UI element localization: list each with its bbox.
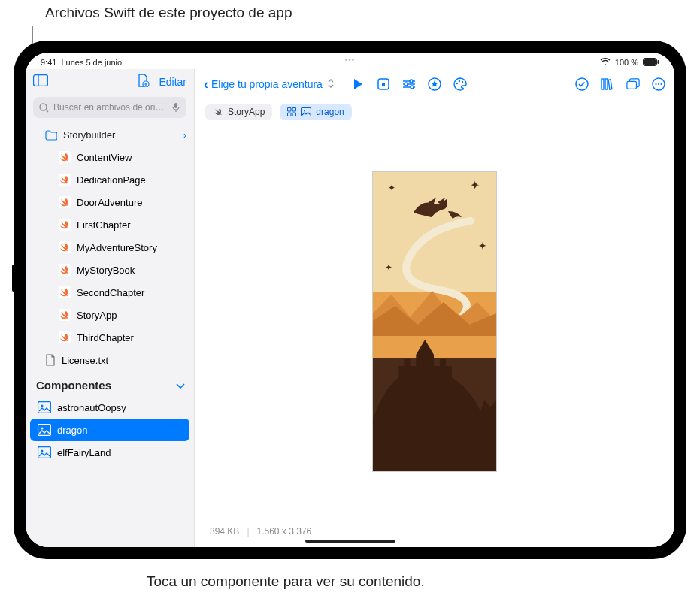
check-circle-icon[interactable] <box>575 77 589 91</box>
svg-point-23 <box>41 450 44 452</box>
file-label: DoorAdventure <box>77 197 142 208</box>
image-icon <box>38 401 51 413</box>
swift-icon <box>59 196 71 208</box>
svg-point-29 <box>410 80 413 83</box>
new-file-icon[interactable] <box>136 74 150 89</box>
ipad-screen: ••• 9:41 Lunes 5 de junio 100 % <box>26 53 674 547</box>
swift-file-storyapp[interactable]: StoryApp <box>26 304 194 326</box>
status-battery-text: 100 % <box>615 58 638 67</box>
swift-file-secondchapter[interactable]: SecondChapter <box>26 281 194 304</box>
swift-file-contentview[interactable]: ContentView <box>26 146 194 168</box>
asset-elffairyland[interactable]: elfFairyLand <box>26 441 194 464</box>
svg-rect-8 <box>174 103 177 108</box>
svg-rect-2 <box>658 60 659 64</box>
svg-rect-22 <box>38 447 51 458</box>
swift-icon <box>213 107 223 117</box>
swift-file-dooradventure[interactable]: DoorAdventure <box>26 191 194 213</box>
edit-button[interactable]: Editar <box>159 76 186 88</box>
breadcrumb: StoryApp dragon <box>195 99 674 125</box>
separator: | <box>247 526 249 537</box>
windows-icon[interactable] <box>626 77 640 91</box>
stop-button[interactable] <box>377 77 390 91</box>
dragon-artwork: ✦ ✦ ✦ ✦ <box>372 171 497 472</box>
asset-meta: 394 KB | 1.560 x 3.376 <box>195 519 674 547</box>
swift-file-myadventurestory[interactable]: MyAdventureStory <box>26 236 194 259</box>
swift-file-mystorybook[interactable]: MyStoryBook <box>26 259 194 281</box>
run-button[interactable] <box>351 77 365 91</box>
svg-rect-38 <box>605 79 608 89</box>
more-icon[interactable] <box>652 77 665 91</box>
ipad-frame: ••• 9:41 Lunes 5 de junio 100 % <box>14 41 686 559</box>
settings-sliders-icon[interactable] <box>402 77 416 91</box>
svg-rect-39 <box>608 80 612 89</box>
svg-rect-45 <box>288 108 292 112</box>
castle-silhouette <box>373 336 496 471</box>
svg-point-30 <box>405 83 408 86</box>
svg-rect-3 <box>34 74 48 86</box>
license-file[interactable]: License.txt <box>26 349 194 371</box>
views-icon <box>287 107 296 116</box>
asset-dragon[interactable]: dragon <box>30 419 189 441</box>
svg-rect-40 <box>627 81 637 89</box>
preview-canvas[interactable]: ✦ ✦ ✦ ✦ <box>195 125 674 519</box>
svg-point-50 <box>304 110 305 112</box>
file-label: StoryApp <box>77 310 117 321</box>
asset-astronautoopsy[interactable]: astronautOopsy <box>26 396 194 419</box>
file-label: ThirdChapter <box>77 332 134 343</box>
search-placeholder: Buscar en archivos de ori… <box>53 102 164 113</box>
swift-file-dedicationpage[interactable]: DedicationPage <box>26 168 194 191</box>
breadcrumb-asset[interactable]: dragon <box>280 104 351 120</box>
sparkle-icon: ✦ <box>470 178 480 192</box>
svg-rect-1 <box>644 59 656 65</box>
callout-bottom-line <box>147 495 147 570</box>
callout-bottom-label: Toca un componente para ver su contenido… <box>147 573 425 590</box>
file-label: SecondChapter <box>77 287 144 298</box>
asset-dimensions: 1.560 x 3.376 <box>257 526 312 537</box>
chevron-right-icon: › <box>183 130 186 141</box>
sidebar-top-bar: Editar <box>26 69 194 94</box>
asset-label: astronautOopsy <box>57 402 126 413</box>
callout-top-label: Archivos Swift de este proyecto de app <box>45 5 292 21</box>
svg-point-34 <box>459 80 460 82</box>
wifi-icon <box>600 58 611 67</box>
file-label: ContentView <box>77 152 132 163</box>
svg-rect-37 <box>602 79 604 89</box>
palette-icon[interactable] <box>453 77 467 91</box>
image-icon <box>38 424 51 436</box>
library-icon[interactable] <box>601 77 614 91</box>
swift-icon <box>59 241 71 253</box>
sidebar-toggle-icon[interactable] <box>33 74 48 89</box>
svg-point-42 <box>655 83 656 85</box>
home-indicator[interactable] <box>305 540 395 543</box>
project-title: Elige tu propia aventura <box>211 78 323 90</box>
svg-point-31 <box>411 86 414 89</box>
star-badge-icon[interactable] <box>428 77 441 91</box>
svg-rect-46 <box>292 108 296 112</box>
svg-rect-25 <box>382 83 385 86</box>
document-icon <box>45 354 56 366</box>
main-area: ‹ Elige tu propia aventura <box>195 69 674 547</box>
project-menu[interactable]: ‹ Elige tu propia aventura <box>204 77 335 92</box>
folder-storybuilder[interactable]: Storybuilder › <box>26 124 194 146</box>
sparkle-icon: ✦ <box>388 183 395 193</box>
multitask-dots-icon[interactable]: ••• <box>345 53 356 64</box>
mic-icon[interactable] <box>171 102 180 113</box>
asset-size: 394 KB <box>210 526 239 537</box>
svg-rect-47 <box>288 113 292 116</box>
swift-icon <box>59 219 71 231</box>
breadcrumb-app[interactable]: StoryApp <box>205 104 272 120</box>
status-time: 9:41 <box>41 58 56 67</box>
svg-point-19 <box>41 405 44 407</box>
components-header-label: Componentes <box>36 379 111 392</box>
search-input[interactable]: Buscar en archivos de ori… <box>33 97 186 118</box>
components-section-header[interactable]: Componentes <box>26 371 194 396</box>
breadcrumb-app-label: StoryApp <box>228 107 265 117</box>
swift-file-thirdchapter[interactable]: ThirdChapter <box>26 326 194 349</box>
svg-rect-18 <box>38 402 51 413</box>
sidebar: Editar Buscar en archivos de ori… Storyb… <box>26 69 195 547</box>
svg-point-6 <box>40 104 47 110</box>
file-label: DedicationPage <box>77 174 146 186</box>
svg-rect-48 <box>292 113 296 116</box>
swift-file-firstchapter[interactable]: FirstChapter <box>26 213 194 236</box>
swift-icon <box>59 264 71 276</box>
